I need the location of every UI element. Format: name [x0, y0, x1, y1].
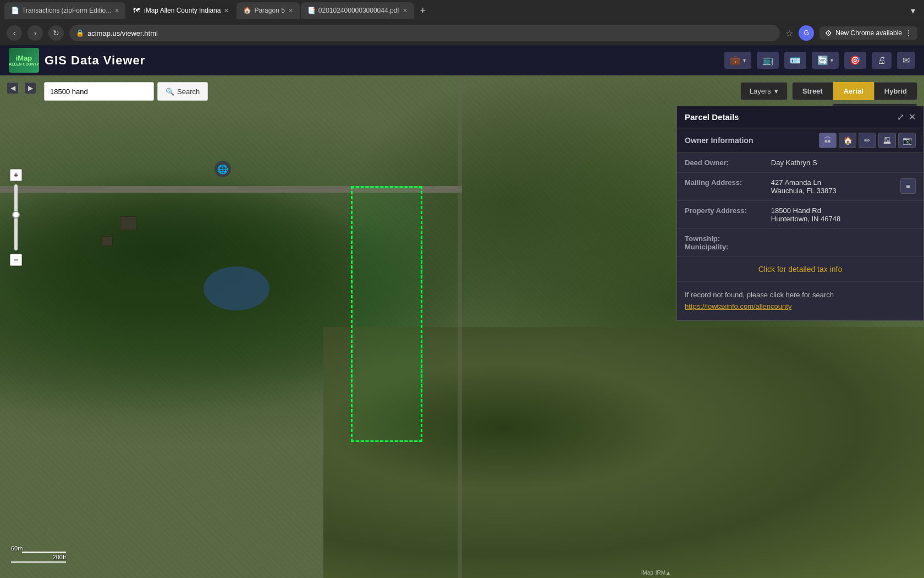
parcel-details-panel: Parcel Details ⤢ ✕ Owner Information 🏛 🏠…: [676, 106, 924, 321]
tab-paragon[interactable]: 🏠 Paragon 5 ✕: [237, 2, 299, 19]
header-tools: 💼 ▾ 📺 🪪 🔄 ▾ 🎯 🖨 ✉: [724, 52, 915, 69]
tab-close-2[interactable]: ✕: [224, 7, 229, 14]
zoom-slider-thumb[interactable]: [12, 211, 20, 219]
township-municipality-value: [763, 229, 923, 257]
crosshair-icon: 🎯: [850, 55, 861, 66]
chrome-notification[interactable]: ⚙ New Chrome available ⋮: [820, 26, 917, 40]
logo-text: iMap ALLEN COUNTY: [9, 54, 39, 67]
property-addr-line2: Huntertown, IN 46748: [771, 215, 916, 223]
building-2: [102, 236, 113, 246]
app-header: iMap ALLEN COUNTY GIS Data Viewer 💼 ▾ 📺 …: [0, 45, 924, 75]
forward-button[interactable]: ›: [28, 25, 43, 41]
print-icon: 🖨: [877, 56, 886, 66]
mailing-address-row: Mailing Address: 427 Amanda Ln Wauchula,…: [677, 173, 923, 201]
mailing-addr-line1: 427 Amanda Ln: [771, 178, 837, 187]
search-icon: 🔍: [166, 88, 174, 96]
dropdown-arrow: ▾: [743, 57, 746, 63]
section-icon-house[interactable]: 🏠: [839, 133, 856, 148]
tab-overflow-button[interactable]: ▾: [906, 3, 920, 18]
property-address-row: Property Address: 18500 Hand Rd Hunterto…: [677, 201, 923, 229]
info-table: Deed Owner: Day Kathryn S Mailing Addres…: [677, 153, 923, 257]
search-button[interactable]: 🔍 Search: [157, 82, 208, 101]
tab-close-3[interactable]: ✕: [288, 7, 293, 14]
tab-label-4: 0201024000003000044.pdf: [318, 7, 399, 14]
url-bar[interactable]: 🔒 acimap.us/viewer.html: [69, 25, 780, 41]
chrome-icon: ⚙: [825, 29, 832, 37]
tab-favicon-2: 🗺: [133, 7, 141, 14]
address-bar: ‹ › ↻ 🔒 acimap.us/viewer.html ☆ G ⚙ New …: [0, 21, 924, 45]
panel-expand-button[interactable]: ⤢: [897, 112, 904, 122]
logo-box: iMap ALLEN COUNTY: [9, 48, 39, 73]
zoom-in-button[interactable]: +: [10, 169, 22, 181]
building-1: [120, 216, 136, 230]
pond: [204, 266, 270, 310]
tab-imap[interactable]: 🗺 iMap Allen County Indiana ✕: [127, 2, 235, 19]
pan-right-button[interactable]: ▶: [24, 82, 36, 94]
section-icon-gov[interactable]: 🏛: [819, 133, 837, 148]
search-fallback: If record not found, please click here f…: [677, 282, 923, 320]
tab-transactions[interactable]: 📄 Transactions (zipForm Editio... ✕: [4, 2, 125, 19]
search-overlay: ◀ ▶ 🔍 Search: [7, 82, 208, 101]
notification-menu-icon: ⋮: [905, 29, 912, 37]
spinner-dropdown: ▾: [831, 57, 833, 63]
mailing-addr-line2: Wauchula, FL 33873: [771, 187, 837, 195]
layers-button[interactable]: Layers ▾: [740, 82, 788, 100]
new-tab-button[interactable]: +: [415, 3, 431, 18]
tab-pdf[interactable]: 📑 0201024000003000044.pdf ✕: [301, 2, 414, 19]
search-input[interactable]: [44, 82, 154, 101]
tax-info-link[interactable]: Click for detailed tax info: [677, 257, 923, 282]
mailing-addr-icon-btn[interactable]: ≡: [900, 178, 916, 194]
list-icon: ≡: [906, 182, 910, 190]
reload-button[interactable]: ↻: [48, 25, 64, 41]
scale-label-200ft: 200ft: [53, 554, 66, 560]
zoom-out-button[interactable]: −: [10, 254, 22, 266]
monitor-button[interactable]: 📺: [757, 52, 779, 69]
crosshair-button[interactable]: 🎯: [844, 52, 866, 69]
id-card-button[interactable]: 🪪: [784, 52, 806, 69]
aerial-view-button[interactable]: Aerial: [833, 82, 874, 100]
url-text: acimap.us/viewer.html: [87, 29, 158, 37]
township-label: Township:: [685, 235, 756, 243]
mail-button[interactable]: ✉: [897, 52, 915, 69]
print-button[interactable]: 🖨: [872, 52, 892, 69]
pan-left-button[interactable]: ◀: [7, 82, 19, 94]
app-container: iMap ALLEN COUNTY GIS Data Viewer 💼 ▾ 📺 …: [0, 45, 924, 578]
section-icon-buttons: 🏛 🏠 ✏ 🗳 📷: [819, 133, 916, 148]
tab-label-3: Paragon 5: [254, 7, 284, 14]
back-button[interactable]: ‹: [7, 25, 22, 41]
tab-favicon-3: 🏠: [243, 7, 251, 14]
search-btn-label: Search: [177, 88, 200, 96]
fallback-text: If record not found, please click here f…: [685, 291, 834, 299]
spinner-icon: 🔄: [817, 55, 828, 66]
parcel-outline: [351, 186, 422, 442]
map-watermark: iMap IRM▲: [641, 570, 671, 576]
panel-title: Parcel Details: [685, 112, 739, 122]
browser-chrome: 📄 Transactions (zipForm Editio... ✕ 🗺 iM…: [0, 0, 924, 45]
tab-close-1[interactable]: ✕: [114, 7, 119, 14]
township-municipality-label: Township: Municipality:: [677, 229, 763, 257]
briefcase-icon: 💼: [730, 55, 741, 66]
mailing-address-label: Mailing Address:: [677, 173, 763, 201]
zoom-slider-track: [14, 184, 18, 250]
fallback-link[interactable]: https://lowtaxinfo.com/allencounty: [685, 302, 791, 310]
tab-label-2: iMap Allen County Indiana: [144, 7, 221, 14]
section-icon-camera[interactable]: 📷: [898, 133, 916, 148]
tab-favicon-4: 📑: [307, 7, 315, 14]
tab-label-1: Transactions (zipForm Editio...: [22, 7, 111, 14]
compass-icon[interactable]: 🌐: [215, 161, 231, 177]
spinner-button[interactable]: 🔄 ▾: [812, 52, 839, 69]
briefcase-button[interactable]: 💼 ▾: [724, 52, 751, 69]
panel-close-button[interactable]: ✕: [909, 112, 916, 122]
star-icon[interactable]: ☆: [785, 28, 793, 39]
mailing-address-value: 427 Amanda Ln Wauchula, FL 33873 ≡: [763, 173, 923, 201]
section-icon-vote[interactable]: 🗳: [878, 133, 896, 148]
tab-close-4[interactable]: ✕: [403, 7, 408, 14]
street-view-button[interactable]: Street: [792, 82, 833, 100]
scale-label-60m: 60m: [11, 545, 23, 552]
watermark-imap: iMap: [641, 570, 653, 576]
section-icon-edit[interactable]: ✏: [859, 133, 876, 148]
vertical-road: [458, 75, 462, 578]
hybrid-view-button[interactable]: Hybrid: [874, 82, 917, 100]
map-area[interactable]: ◀ ▶ 🔍 Search 🌐 + − Layers ▾: [0, 75, 924, 578]
profile-button[interactable]: G: [799, 25, 814, 41]
